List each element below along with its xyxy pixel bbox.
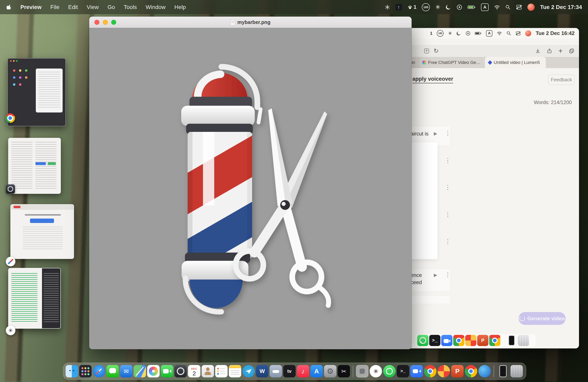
dock-messages-icon[interactable]: [106, 365, 119, 377]
backup-upload-icon[interactable]: ↑: [395, 4, 402, 11]
dock-powerpoint-icon[interactable]: P: [451, 365, 463, 377]
chatgpt-menu-icon[interactable]: ✳: [448, 31, 452, 36]
share-icon[interactable]: [547, 48, 552, 54]
dock-finder-icon[interactable]: [66, 365, 78, 377]
dock-photos-icon[interactable]: [147, 365, 160, 377]
dock-safari-icon[interactable]: [93, 365, 105, 377]
menu-edit[interactable]: Edit: [68, 4, 78, 10]
paw-print-status[interactable]: 1: [408, 4, 416, 10]
scene-row-1-play-icon[interactable]: ▶: [434, 131, 437, 136]
dock-contacts-icon[interactable]: [202, 365, 214, 377]
scene-row-4-menu-icon[interactable]: ⋮: [445, 211, 451, 218]
menu-view[interactable]: View: [87, 4, 99, 10]
input-source-icon[interactable]: A: [481, 3, 489, 11]
dock-zoom-icon[interactable]: [441, 335, 452, 346]
dock-whatsapp-icon[interactable]: [417, 335, 428, 346]
dock-keynote-icon[interactable]: [270, 365, 282, 377]
reload-icon[interactable]: ↻: [434, 48, 439, 54]
minimize-window-button[interactable]: [103, 20, 108, 25]
wifi-icon[interactable]: [497, 31, 502, 36]
dock-calendar-icon[interactable]: DEC2: [188, 365, 200, 377]
new-tab-icon[interactable]: +: [558, 47, 563, 55]
barber-pole-illustration: [89, 28, 412, 349]
dock-mail-icon[interactable]: ✉: [120, 365, 132, 377]
dock-app-store-icon[interactable]: A: [310, 365, 323, 377]
close-window-button[interactable]: [94, 20, 99, 25]
dock-photo-booth-icon[interactable]: [174, 365, 187, 377]
focus-moon-icon[interactable]: [456, 31, 461, 36]
dock-telegram-icon[interactable]: [242, 365, 255, 377]
play-circle-icon[interactable]: [457, 4, 462, 10]
dock-chrome-icon[interactable]: [424, 365, 436, 377]
battery-percent-badge[interactable]: 185: [422, 3, 430, 11]
dock-whatsapp-icon[interactable]: [383, 365, 396, 377]
scene-row-6-menu-icon[interactable]: ⋮: [445, 272, 451, 278]
play-circle-icon[interactable]: [466, 31, 470, 36]
dock-apple-tv-icon[interactable]: tv: [283, 365, 295, 377]
dock-screen-utility-icon[interactable]: [356, 365, 368, 377]
active-app-name[interactable]: Preview: [21, 4, 42, 10]
focus-moon-icon[interactable]: [446, 4, 451, 10]
scene-row-1-menu-icon[interactable]: ⋮: [445, 130, 451, 136]
translate-icon[interactable]: [424, 48, 429, 54]
scene-row-5-menu-icon[interactable]: ⋮: [445, 239, 451, 245]
input-source-icon[interactable]: A: [486, 30, 492, 37]
starburst-status-icon[interactable]: [385, 5, 390, 10]
dock-launchpad-icon[interactable]: [79, 365, 92, 377]
dock-system-settings-icon[interactable]: ⚙: [324, 365, 336, 377]
voiceover-toolbar-text[interactable]: apply voiceover: [412, 76, 453, 83]
control-center-icon[interactable]: [516, 5, 522, 10]
dock-trash-icon[interactable]: [518, 335, 529, 346]
dock-trash-icon[interactable]: [510, 365, 523, 377]
menu-window[interactable]: Window: [146, 4, 166, 10]
dock-iphone-mirroring-icon[interactable]: [497, 365, 509, 377]
window-thumbnail-1[interactable]: [7, 58, 66, 126]
dock-reminders-icon[interactable]: [215, 365, 228, 377]
dock-word-icon[interactable]: W: [256, 365, 268, 377]
tab-chatgpt-video-generator[interactable]: Free ChatGPT Video Generator -...: [419, 57, 485, 68]
tab-overview-icon[interactable]: [569, 48, 574, 54]
menu-help[interactable]: Help: [174, 4, 186, 10]
window-thumbnail-2[interactable]: [8, 138, 61, 194]
dock-chrome-canary-icon[interactable]: [438, 365, 450, 377]
menu-tools[interactable]: Tools: [124, 4, 137, 10]
dock-music-icon[interactable]: ♪: [297, 365, 309, 377]
spotlight-search-icon[interactable]: [505, 5, 511, 10]
wifi-icon[interactable]: [494, 5, 500, 10]
user-avatar[interactable]: [527, 4, 535, 11]
dock-terminal-icon[interactable]: >_: [429, 335, 441, 346]
dock-chrome-beta-icon[interactable]: [489, 335, 500, 346]
control-center-icon[interactable]: [516, 31, 521, 36]
dock-chrome-icon[interactable]: [453, 335, 464, 346]
thumb2-lines-right: [35, 142, 56, 189]
dock-chrome-canary-icon[interactable]: [465, 335, 476, 346]
scene-row-6-play-icon[interactable]: ▶: [434, 272, 437, 278]
feedback-button[interactable]: Feedback: [548, 75, 575, 85]
dock-chrome-beta-icon[interactable]: [465, 365, 477, 377]
menu-go[interactable]: Go: [107, 4, 115, 10]
dock-notes-icon[interactable]: [229, 365, 241, 377]
download-icon[interactable]: [535, 48, 540, 54]
user-avatar[interactable]: [525, 30, 531, 36]
zoom-window-button[interactable]: [111, 20, 116, 25]
dock-maps-icon[interactable]: [134, 365, 146, 377]
chatgpt-menu-icon[interactable]: ✳: [435, 4, 440, 10]
dock-powerpoint-icon[interactable]: P: [477, 335, 488, 346]
menu-file[interactable]: File: [50, 4, 59, 10]
generate-video-button[interactable]: Generate video: [519, 312, 566, 325]
window-thumbnail-4[interactable]: [8, 268, 61, 329]
tab-lumen5-active[interactable]: Untitled video | Lumen5: [485, 57, 546, 68]
dock-photoshop-express-icon[interactable]: [478, 365, 491, 377]
dock-chatgpt-icon[interactable]: ✳: [370, 365, 382, 377]
dock-facetime-icon[interactable]: [161, 365, 173, 377]
scene-row-2-menu-icon[interactable]: ⋮: [445, 157, 451, 163]
dock-capcut-icon[interactable]: ✂: [337, 365, 350, 377]
spotlight-search-icon[interactable]: [506, 31, 511, 36]
window-thumbnail-3[interactable]: [10, 204, 74, 259]
scene-row-3-menu-icon[interactable]: ⋮: [445, 184, 451, 191]
preview-title-bar[interactable]: mybarber.png: [89, 17, 412, 28]
dock-zoom-icon[interactable]: [410, 365, 423, 377]
apple-menu-icon[interactable]: [6, 4, 12, 10]
dock-iphone-mirroring-icon[interactable]: [506, 335, 517, 346]
dock-terminal-icon[interactable]: >_: [397, 365, 409, 377]
